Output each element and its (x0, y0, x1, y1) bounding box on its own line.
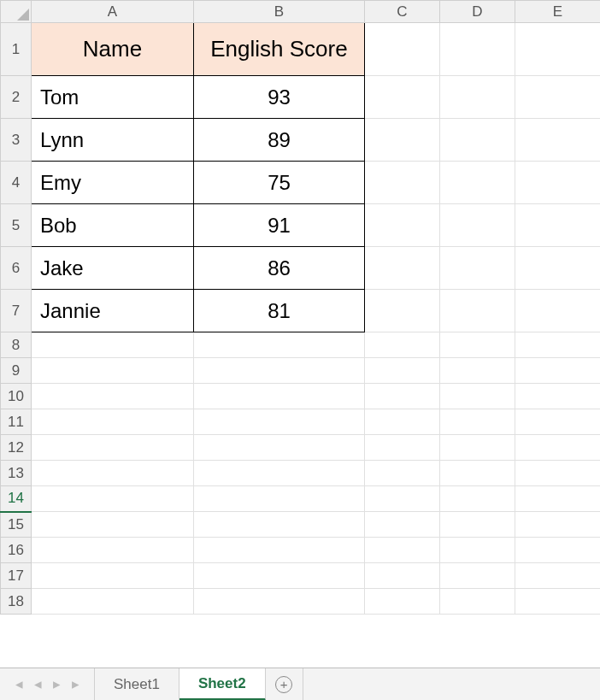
cell-B16[interactable] (194, 538, 365, 563)
cell-A15[interactable] (32, 512, 194, 538)
row-header-7[interactable]: 7 (1, 290, 32, 332)
cell-C9[interactable] (365, 358, 440, 384)
cell-A11[interactable] (32, 409, 194, 435)
row-header-15[interactable]: 15 (1, 512, 32, 538)
table-row[interactable]: Tom (32, 76, 194, 119)
spreadsheet-grid[interactable]: ABCDE1NameEnglish Score2Tom933Lynn894Emy… (0, 0, 600, 668)
cell-D15[interactable] (440, 512, 515, 538)
cell-E10[interactable] (515, 384, 601, 409)
tab-nav-first-icon[interactable]: ◂ (12, 675, 26, 693)
column-header-B[interactable]: B (194, 1, 365, 23)
cell-D10[interactable] (440, 384, 515, 409)
cell-E9[interactable] (515, 358, 601, 384)
cell-E13[interactable] (515, 461, 601, 486)
cell-A10[interactable] (32, 384, 194, 409)
tab-nav-last-icon[interactable]: ▸ (68, 675, 82, 693)
row-header-17[interactable]: 17 (1, 563, 32, 589)
cell-C14[interactable] (365, 486, 440, 512)
cell-D13[interactable] (440, 461, 515, 486)
cell-C16[interactable] (365, 538, 440, 563)
cell-C2[interactable] (365, 76, 440, 119)
row-header-10[interactable]: 10 (1, 384, 32, 409)
cell-B9[interactable] (194, 358, 365, 384)
cell-D2[interactable] (440, 76, 515, 119)
table-row[interactable]: 81 (194, 290, 365, 332)
cell-D16[interactable] (440, 538, 515, 563)
cell-C11[interactable] (365, 409, 440, 435)
cell-E14[interactable] (515, 486, 601, 512)
cell-E8[interactable] (515, 332, 601, 358)
row-header-13[interactable]: 13 (1, 461, 32, 486)
cell-D11[interactable] (440, 409, 515, 435)
cell-E17[interactable] (515, 563, 601, 589)
sheet-tab-sheet2[interactable]: Sheet2 (179, 668, 266, 700)
cell-C12[interactable] (365, 435, 440, 461)
cell-A16[interactable] (32, 538, 194, 563)
row-header-18[interactable]: 18 (1, 589, 32, 615)
cell-D8[interactable] (440, 332, 515, 358)
cell-D3[interactable] (440, 119, 515, 162)
table-row[interactable]: Jannie (32, 290, 194, 332)
cell-E7[interactable] (515, 290, 601, 332)
row-header-16[interactable]: 16 (1, 538, 32, 563)
table-header-score[interactable]: English Score (194, 23, 365, 76)
table-row[interactable]: 93 (194, 76, 365, 119)
cell-E18[interactable] (515, 589, 601, 615)
cell-E3[interactable] (515, 119, 601, 162)
cell-E2[interactable] (515, 76, 601, 119)
cell-E1[interactable] (515, 23, 601, 76)
table-row[interactable]: 91 (194, 204, 365, 247)
cell-B10[interactable] (194, 384, 365, 409)
cell-D9[interactable] (440, 358, 515, 384)
cell-A18[interactable] (32, 589, 194, 615)
cell-E5[interactable] (515, 204, 601, 247)
cell-C8[interactable] (365, 332, 440, 358)
table-row[interactable]: Emy (32, 162, 194, 204)
table-header-name[interactable]: Name (32, 23, 194, 76)
cell-D17[interactable] (440, 563, 515, 589)
cell-C1[interactable] (365, 23, 440, 76)
cell-C10[interactable] (365, 384, 440, 409)
cell-B17[interactable] (194, 563, 365, 589)
cell-D12[interactable] (440, 435, 515, 461)
cell-C5[interactable] (365, 204, 440, 247)
select-all-corner[interactable] (1, 1, 32, 23)
table-row[interactable]: Jake (32, 247, 194, 290)
row-header-5[interactable]: 5 (1, 204, 32, 247)
cell-D4[interactable] (440, 162, 515, 204)
column-header-C[interactable]: C (365, 1, 440, 23)
cell-D14[interactable] (440, 486, 515, 512)
row-header-1[interactable]: 1 (1, 23, 32, 76)
cell-A14[interactable] (32, 486, 194, 512)
cell-C17[interactable] (365, 563, 440, 589)
cell-E16[interactable] (515, 538, 601, 563)
cell-A13[interactable] (32, 461, 194, 486)
cell-B15[interactable] (194, 512, 365, 538)
cell-B12[interactable] (194, 435, 365, 461)
cell-A8[interactable] (32, 332, 194, 358)
cell-B14[interactable] (194, 486, 365, 512)
cell-C13[interactable] (365, 461, 440, 486)
row-header-11[interactable]: 11 (1, 409, 32, 435)
cell-A17[interactable] (32, 563, 194, 589)
cell-B13[interactable] (194, 461, 365, 486)
cell-C18[interactable] (365, 589, 440, 615)
row-header-8[interactable]: 8 (1, 332, 32, 358)
cell-E15[interactable] (515, 512, 601, 538)
cell-C3[interactable] (365, 119, 440, 162)
row-header-3[interactable]: 3 (1, 119, 32, 162)
cell-C7[interactable] (365, 290, 440, 332)
tab-nav-prev-icon[interactable]: ◂ (31, 675, 44, 693)
row-header-2[interactable]: 2 (1, 76, 32, 119)
row-header-6[interactable]: 6 (1, 247, 32, 290)
cell-C4[interactable] (365, 162, 440, 204)
cell-B18[interactable] (194, 589, 365, 615)
cell-E11[interactable] (515, 409, 601, 435)
tab-nav-next-icon[interactable]: ▸ (50, 675, 63, 693)
cell-B8[interactable] (194, 332, 365, 358)
cell-D1[interactable] (440, 23, 515, 76)
cell-E6[interactable] (515, 247, 601, 290)
add-sheet-button[interactable]: + (266, 668, 303, 700)
cell-A9[interactable] (32, 358, 194, 384)
column-header-E[interactable]: E (515, 1, 601, 23)
